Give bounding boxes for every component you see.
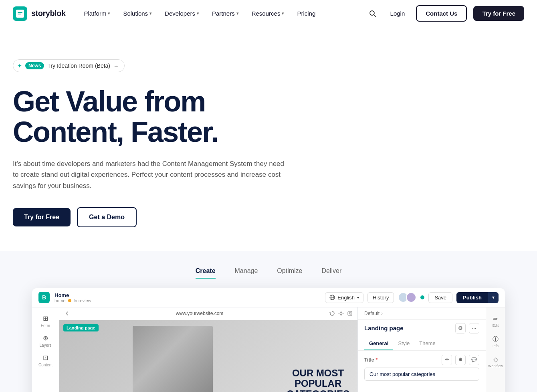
tab-manage[interactable]: Manage bbox=[235, 267, 258, 279]
refresh-icon bbox=[329, 311, 335, 316]
sparkle-icon: ✦ bbox=[17, 63, 22, 69]
hero-title: Get Value from Content, Faster. bbox=[13, 87, 292, 147]
logo-text: storyblok bbox=[31, 9, 66, 18]
nav-developers[interactable]: Developers ▾ bbox=[159, 7, 205, 20]
news-badge[interactable]: ✦ News Try Ideation Room (Beta) → bbox=[13, 59, 125, 72]
nav-resources[interactable]: Resources ▾ bbox=[246, 7, 290, 20]
panel-tab-style[interactable]: Style bbox=[393, 337, 414, 350]
nav-right: Login Contact Us Try for Free bbox=[366, 5, 524, 22]
tab-deliver[interactable]: Deliver bbox=[321, 267, 341, 279]
news-label: News bbox=[25, 62, 44, 69]
open-icon bbox=[347, 311, 353, 316]
back-icon bbox=[64, 311, 70, 316]
language-button[interactable]: English ▾ bbox=[325, 292, 363, 303]
tab-optimize[interactable]: Optimize bbox=[277, 267, 302, 279]
editor-toolbar-right: ✏ Edit ⓘ Info ◇ Workflow bbox=[486, 307, 505, 392]
workflow-icon: ◇ bbox=[493, 356, 498, 363]
panel-action-buttons: ⚙ ··· bbox=[455, 323, 479, 333]
canvas-content: Landing page OUR MOST POPULAR CATEGORIES bbox=[59, 320, 357, 392]
sidebar-content-item[interactable]: ⊡ Content bbox=[34, 352, 57, 370]
search-button[interactable] bbox=[366, 7, 379, 20]
editor-body: ⊞ Form ⊛ Layers ⊡ Content www.yourwebsit… bbox=[32, 307, 505, 392]
try-for-free-nav-button[interactable]: Try for Free bbox=[473, 6, 524, 21]
panel-tab-general[interactable]: General bbox=[364, 337, 393, 350]
navbar: storyblok Platform ▾ Solutions ▾ Develop… bbox=[0, 0, 537, 27]
badge-text: Try Ideation Room (Beta) bbox=[47, 63, 110, 69]
settings-icon bbox=[338, 311, 344, 316]
editor-page-slug: home In review bbox=[55, 298, 91, 303]
panel-title-row: Landing page ⚙ ··· bbox=[358, 320, 486, 337]
partners-chevron-icon: ▾ bbox=[236, 11, 239, 16]
hero-section: ✦ News Try Ideation Room (Beta) → Get Va… bbox=[0, 27, 305, 251]
form-icon: ⊞ bbox=[43, 315, 48, 322]
product-section: Create Manage Optimize Deliver B Home ho… bbox=[0, 251, 537, 392]
product-tabs: Create Manage Optimize Deliver bbox=[0, 267, 537, 288]
toolbar-edit-item[interactable]: ✏ Edit bbox=[487, 312, 505, 331]
field-settings-button[interactable]: ⚙ bbox=[455, 355, 466, 365]
publish-button-group: Publish ▾ bbox=[456, 292, 499, 303]
nav-pricing[interactable]: Pricing bbox=[291, 7, 321, 20]
publish-dropdown-button[interactable]: ▾ bbox=[488, 292, 499, 303]
publish-button[interactable]: Publish bbox=[456, 292, 488, 303]
editor-topbar-right: English ▾ History Save Publish ▾ bbox=[325, 292, 499, 303]
panel-tabs: General Style Theme bbox=[358, 337, 486, 351]
tab-create[interactable]: Create bbox=[196, 267, 216, 279]
info-icon: ⓘ bbox=[493, 335, 499, 343]
required-indicator: * bbox=[375, 357, 378, 363]
breadcrumb-arrow-icon: › bbox=[381, 311, 383, 316]
editor-topbar: B Home home In review English ▾ bbox=[32, 288, 505, 307]
search-icon bbox=[369, 10, 377, 18]
status-dot bbox=[68, 299, 71, 302]
platform-chevron-icon: ▾ bbox=[108, 11, 110, 16]
panel-breadcrumb: Default › bbox=[358, 307, 486, 320]
badge-arrow-icon: → bbox=[113, 63, 119, 69]
canvas-text-overlay: OUR MOST POPULAR CATEGORIES bbox=[287, 368, 349, 392]
editor-canvas: www.yourwebsite.com Landing page OUR MOS… bbox=[59, 307, 357, 392]
panel-title-input[interactable] bbox=[364, 368, 479, 381]
contact-us-button[interactable]: Contact Us bbox=[416, 5, 467, 22]
history-button[interactable]: History bbox=[367, 292, 394, 303]
panel-title-field: Title * ✏ ⚙ 💬 bbox=[358, 351, 486, 385]
toolbar-workflow-item[interactable]: ◇ Workflow bbox=[487, 353, 505, 371]
lang-chevron-icon: ▾ bbox=[357, 295, 359, 300]
panel-settings-button[interactable]: ⚙ bbox=[455, 323, 466, 333]
logo[interactable]: storyblok bbox=[13, 6, 66, 21]
svg-point-9 bbox=[340, 313, 342, 315]
content-icon: ⊡ bbox=[43, 354, 48, 362]
panel-field-label: Title * ✏ ⚙ 💬 bbox=[364, 355, 479, 365]
panel-tab-theme[interactable]: Theme bbox=[414, 337, 440, 350]
panel-title: Landing page bbox=[364, 325, 452, 331]
online-indicator bbox=[420, 295, 424, 299]
editor-sidebar-left: ⊞ Form ⊛ Layers ⊡ Content bbox=[32, 307, 59, 392]
field-comment-button[interactable]: 💬 bbox=[469, 355, 479, 365]
edit-icon: ✏ bbox=[493, 315, 498, 323]
hero-ctas: Try for Free Get a Demo bbox=[13, 207, 292, 227]
storyblok-logo-icon bbox=[13, 6, 27, 21]
nav-platform[interactable]: Platform ▾ bbox=[79, 7, 116, 20]
svg-rect-2 bbox=[18, 12, 22, 13]
resources-chevron-icon: ▾ bbox=[282, 11, 284, 16]
nav-solutions[interactable]: Solutions ▾ bbox=[117, 7, 157, 20]
login-button[interactable]: Login bbox=[386, 7, 410, 20]
panel-more-button[interactable]: ··· bbox=[469, 323, 479, 333]
hero-get-demo-button[interactable]: Get a Demo bbox=[77, 207, 137, 227]
field-action-buttons: ✏ ⚙ 💬 bbox=[442, 355, 479, 365]
canvas-addressbar: www.yourwebsite.com bbox=[59, 307, 357, 320]
nav-partners[interactable]: Partners ▾ bbox=[206, 7, 244, 20]
field-edit-button[interactable]: ✏ bbox=[442, 355, 452, 365]
save-button[interactable]: Save bbox=[428, 292, 452, 303]
hero-try-free-button[interactable]: Try for Free bbox=[13, 208, 71, 226]
editor-panel-right: Default › Landing page ⚙ ··· General Sty… bbox=[357, 307, 486, 392]
editor-page-name: Home bbox=[55, 292, 91, 298]
avatar-2 bbox=[406, 292, 416, 303]
globe-icon bbox=[329, 295, 335, 300]
nav-links: Platform ▾ Solutions ▾ Developers ▾ Part… bbox=[79, 7, 366, 20]
developers-chevron-icon: ▾ bbox=[197, 11, 199, 16]
editor-mockup: B Home home In review English ▾ bbox=[32, 288, 505, 392]
sidebar-form-item[interactable]: ⊞ Form bbox=[34, 312, 57, 330]
editor-breadcrumb: Home home In review bbox=[55, 292, 91, 303]
toolbar-info-item[interactable]: ⓘ Info bbox=[487, 332, 505, 351]
editor-logo-icon: B bbox=[38, 292, 50, 303]
layers-icon: ⊛ bbox=[43, 334, 48, 342]
sidebar-layers-item[interactable]: ⊛ Layers bbox=[34, 332, 57, 350]
